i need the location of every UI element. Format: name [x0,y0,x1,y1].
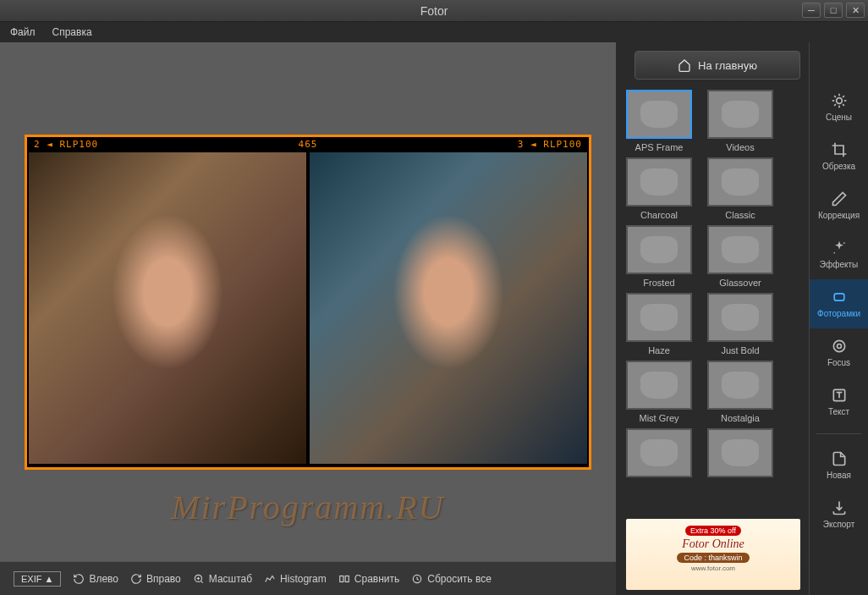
frames-grid[interactable]: APS FrameVideosCharcoalClassicFrostedGla… [626,90,809,514]
frame-thumb [626,428,692,477]
frame-label: Haze [626,345,692,355]
tool-scenes[interactable]: Сцены [810,83,868,132]
frame-item-Haze[interactable]: Haze [626,293,692,355]
frame-item-Classic[interactable]: Classic [707,157,773,220]
tool-focus[interactable]: Focus [810,328,868,377]
sparkle-icon [831,240,848,256]
exif-button[interactable]: EXIF ▲ [14,571,61,587]
pencil-icon [831,190,848,207]
main-area: 2 ◄ RLP100 465 3 ◄ RLP100 MirProgramm.RU… [0,42,868,595]
menubar: Файл Справка [0,22,868,42]
divider [816,433,861,434]
frame-label: Mist Grey [626,413,692,423]
photo-frame[interactable]: 2 ◄ RLP100 465 3 ◄ RLP100 [25,135,591,470]
frame-marker-left: 2 ◄ RLP100 [34,139,98,150]
frame-marker-right: 3 ◄ RLP100 [518,139,582,150]
svg-point-19 [833,340,844,351]
svg-point-16 [843,242,845,244]
tool-frames[interactable]: Фоторамки [810,279,868,328]
zoom-button[interactable]: Масштаб [193,573,252,585]
frame-thumb [626,157,692,207]
reset-button[interactable]: Сбросить все [411,573,492,585]
svg-line-14 [834,104,836,106]
frame-icon [831,289,848,306]
home-icon [678,58,691,72]
promo-banner[interactable]: Extra 30% off Fotor Online Code : thanks… [626,519,800,590]
frame-item-Mist Grey[interactable]: Mist Grey [626,361,692,423]
frame-label: Nostalgia [707,413,773,423]
frame-label: Classic [707,210,773,220]
frame-item-Nostalgia[interactable]: Nostalgia [707,361,773,423]
rotate-right-icon [130,573,142,585]
tool-export[interactable]: Экспорт [810,490,868,539]
side-toolbar: Сцены Обрезка Коррекция Эффекты Фоторамк… [809,42,868,595]
frame-label: Just Bold [707,345,773,355]
frame-thumb [707,157,773,207]
frame-thumb [626,90,692,139]
frame-thumb [626,225,692,274]
frame-item-Glassover[interactable]: Glassover [707,225,773,288]
rotate-left-button[interactable]: Влево [73,573,118,585]
bottom-toolbar: EXIF ▲ Влево Вправо Масштаб Histogram Ср… [0,561,616,595]
frame-item-10[interactable] [626,428,692,481]
window-controls: ─ □ ✕ [802,3,865,18]
app-title: Fotor [420,4,448,18]
frame-item-Just Bold[interactable]: Just Bold [707,293,773,355]
promo-title: Fotor Online [633,537,794,551]
svg-line-13 [843,104,844,106]
svg-rect-4 [340,576,343,581]
photo-after [310,152,587,464]
promo-badge: Extra 30% off [685,526,741,536]
frame-thumb [626,361,692,410]
menu-help[interactable]: Справка [52,26,92,38]
promo-code: Code : thankswin [677,553,749,563]
svg-point-17 [833,252,835,254]
tool-effects[interactable]: Эффекты [810,230,868,279]
titlebar: Fotor ─ □ ✕ [0,0,868,22]
svg-line-12 [834,96,836,97]
frame-thumb [707,293,773,342]
crop-icon [831,141,848,158]
compare-icon [338,573,350,585]
svg-point-20 [837,344,841,349]
frame-thumb [707,90,773,139]
export-icon [831,499,848,516]
tool-new[interactable]: Новая [810,441,868,490]
svg-line-15 [843,96,844,97]
frame-item-11[interactable] [707,428,773,481]
frame-thumb [707,225,773,274]
close-button[interactable]: ✕ [846,3,865,18]
maximize-button[interactable]: □ [824,3,843,18]
zoom-icon [193,573,205,585]
frame-item-APS Frame[interactable]: APS Frame [626,90,692,152]
frame-item-Charcoal[interactable]: Charcoal [626,157,692,220]
svg-line-3 [201,581,202,582]
tool-crop[interactable]: Обрезка [810,132,868,181]
canvas-area: 2 ◄ RLP100 465 3 ◄ RLP100 MirProgramm.RU… [0,42,616,595]
frame-marker-center: 465 [299,139,318,150]
frame-label: Videos [707,142,773,152]
frame-thumb [707,361,773,410]
sun-icon [831,92,848,109]
svg-point-7 [836,98,842,104]
right-panel: На главную APS FrameVideosCharcoalClassi… [616,42,868,595]
minimize-button[interactable]: ─ [802,3,821,18]
compare-button[interactable]: Сравнить [338,573,399,585]
frame-item-Frosted[interactable]: Frosted [626,225,692,288]
frame-label: Frosted [626,278,692,288]
tool-text[interactable]: Текст [810,377,868,427]
svg-rect-18 [834,294,844,300]
menu-file[interactable]: Файл [10,26,36,38]
rotate-right-button[interactable]: Вправо [130,573,181,585]
frame-item-Videos[interactable]: Videos [707,90,773,152]
canvas-view: 2 ◄ RLP100 465 3 ◄ RLP100 [0,42,616,561]
home-button[interactable]: На главную [635,51,800,80]
photo-before [29,152,306,464]
histogram-button[interactable]: Histogram [264,573,327,585]
frame-thumb [626,293,692,342]
promo-url: www.fotor.com [633,565,794,572]
frame-label: APS Frame [626,142,692,152]
text-icon [831,387,848,404]
frame-thumb [707,428,773,477]
tool-correction[interactable]: Коррекция [810,181,868,230]
